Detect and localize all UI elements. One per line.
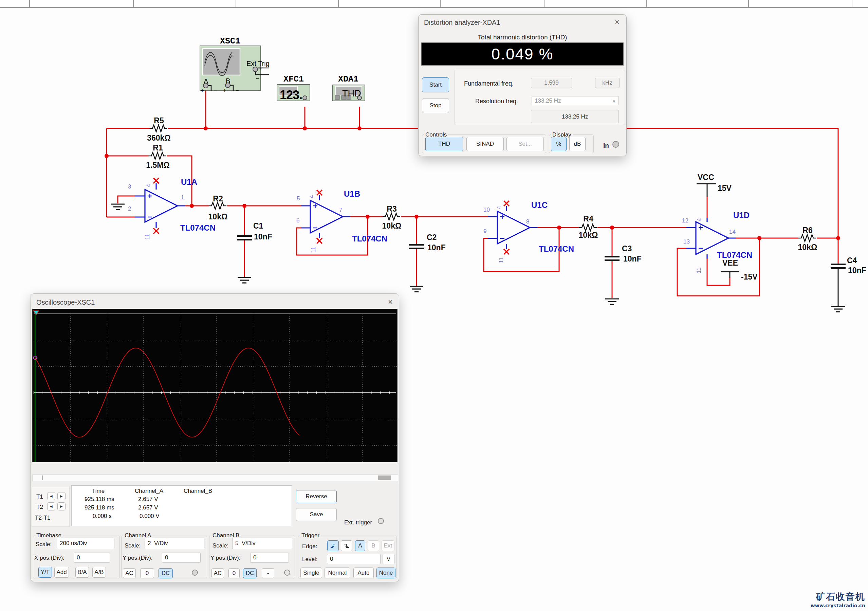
ab-button[interactable]: A/B [92, 567, 106, 578]
c4-value: 10nF [848, 266, 866, 275]
edge-falling-button[interactable] [341, 540, 352, 551]
trigger-source-a-button[interactable]: A [355, 540, 365, 551]
svg-text:10: 10 [484, 207, 490, 213]
channel-b-scale-label: Scale: [212, 543, 228, 549]
u1a-part: TL074CN [180, 223, 215, 232]
svg-text:−: − [214, 88, 217, 94]
db-button[interactable]: dB [569, 137, 586, 151]
resistor-r5 [150, 125, 167, 132]
scrollbar-thumb[interactable] [42, 476, 43, 480]
u1d-ref: U1D [733, 211, 750, 220]
trigger-single-button[interactable]: Single [301, 567, 322, 578]
channel-b-terminal[interactable] [284, 569, 290, 576]
set-button[interactable]: Set... [507, 137, 544, 151]
t1-label: T1 [36, 493, 43, 500]
chevron-down-icon[interactable]: ∨ [612, 98, 616, 104]
channel-a-0-button[interactable]: 0 [140, 568, 154, 578]
channel-b-ac-button[interactable]: AC [211, 568, 224, 578]
trigger-source-ext-button[interactable]: Ext [381, 540, 394, 551]
channel-a-dc-button[interactable]: DC [158, 568, 173, 578]
multisim-workspace: XSC1 XFC1 XDA1 Ext Trig A B +− +− +− 123… [0, 0, 868, 611]
window-title[interactable]: Distortion analyzer-XDA1 [424, 19, 501, 26]
trigger-source-b-button[interactable]: B [367, 540, 379, 551]
percent-button[interactable]: % [551, 137, 567, 151]
channel-b-0-button[interactable]: 0 [228, 568, 240, 578]
save-button[interactable]: Save [296, 508, 337, 521]
vcc-value: 15V [718, 184, 732, 193]
start-button[interactable]: Start [422, 78, 449, 92]
trigger-auto-button[interactable]: Auto [353, 567, 374, 578]
trigger-level-field[interactable]: 0 [327, 554, 381, 564]
in-terminal[interactable] [612, 141, 619, 148]
ground-c2 [410, 286, 423, 292]
fundamental-value-field[interactable]: 1.599 [531, 78, 572, 88]
t2-left-button[interactable]: ◄ [47, 502, 55, 510]
xsc1-icon[interactable] [200, 46, 269, 91]
r2-ref: R2 [213, 194, 223, 203]
timebase-scale-field[interactable]: 200 us/Div [57, 538, 115, 549]
channel-a-scale-label: Scale: [125, 543, 141, 549]
r5-value: 360kΩ [147, 134, 171, 142]
channel-a-scale-field[interactable]: 2 V/Div [145, 538, 205, 549]
add-button[interactable]: Add [54, 567, 69, 578]
arrow-right-icon: ► [59, 504, 64, 509]
capacitor-c2 [409, 244, 424, 249]
u1d-part: TL074CN [717, 250, 752, 260]
scrollbar-grip[interactable] [378, 476, 391, 480]
ext-trigger-terminal[interactable] [378, 518, 384, 524]
trigger-group-label: Trigger [300, 532, 321, 539]
timebase-xpos-field[interactable]: 0 [74, 553, 110, 563]
trigger-normal-button[interactable]: Normal [324, 567, 350, 578]
resolution-dropdown[interactable]: 133.25 Hz ∨ [532, 96, 619, 105]
channel-b-scale-field[interactable]: 5 V/Div [232, 538, 292, 549]
sinad-button[interactable]: SINAD [467, 137, 504, 151]
close-icon[interactable]: × [388, 298, 393, 306]
distortion-analyzer-window: Distortion analyzer-XDA1 × Total harmoni… [418, 14, 627, 156]
r2-value: 10kΩ [208, 212, 228, 221]
r6-value: 10kΩ [798, 243, 817, 252]
t2-right-button[interactable]: ► [57, 502, 65, 510]
vcc-symbol [697, 184, 716, 197]
svg-text:4: 4 [696, 218, 703, 221]
yt-button[interactable]: Y/T [38, 567, 52, 578]
r3-value: 10kΩ [382, 221, 401, 230]
reverse-button[interactable]: Reverse [296, 490, 337, 503]
edge-rising-button[interactable] [327, 540, 339, 551]
opamp-u1b [301, 195, 350, 238]
svg-text:7: 7 [339, 207, 342, 213]
channel-a-ypos-field[interactable]: 0 [162, 553, 201, 563]
cursor-handle-icon[interactable] [33, 311, 39, 315]
channel-a-terminal[interactable] [192, 569, 198, 576]
r3-ref: R3 [387, 204, 397, 213]
resistor-r2 [209, 202, 226, 209]
t1-right-button[interactable]: ► [57, 492, 65, 500]
svg-text:12: 12 [682, 218, 688, 224]
ground-c1 [238, 277, 251, 283]
scope-scrollbar[interactable] [32, 474, 398, 481]
channel-b-ypos-field[interactable]: 0 [250, 553, 289, 563]
svg-text:1: 1 [181, 194, 184, 201]
window-title[interactable]: Oscilloscope-XSC1 [36, 299, 95, 306]
channel-a-ac-button[interactable]: AC [123, 568, 136, 578]
fundamental-unit-field: kHz [595, 78, 620, 88]
scope-graph[interactable] [32, 309, 397, 462]
channel-b-minus-button[interactable]: - [262, 568, 274, 578]
close-icon[interactable]: × [615, 18, 620, 26]
trigger-none-button[interactable]: None [377, 567, 395, 578]
t2-time: 925.118 ms [85, 504, 115, 511]
stop-button[interactable]: Stop [422, 98, 449, 113]
ext-trig-label: Ext Trig [246, 60, 270, 67]
channel-b-dc-button[interactable]: DC [243, 568, 257, 578]
svg-text:+: + [223, 87, 226, 93]
svg-text:4: 4 [496, 206, 502, 209]
t1-left-button[interactable]: ◄ [47, 492, 55, 500]
xfc1-label: XFC1 [284, 75, 304, 84]
timebase-xpos-label: X pos.(Div): [34, 555, 65, 561]
capacitor-c3 [604, 256, 620, 261]
ba-button[interactable]: B/A [75, 567, 89, 578]
thd-header: Total harmonic distortion (THD) [418, 34, 626, 41]
thd-button[interactable]: THD [425, 137, 463, 151]
svg-text:4: 4 [145, 184, 152, 187]
edge-rising-icon [330, 543, 336, 549]
xsc1-label: XSC1 [220, 36, 240, 46]
